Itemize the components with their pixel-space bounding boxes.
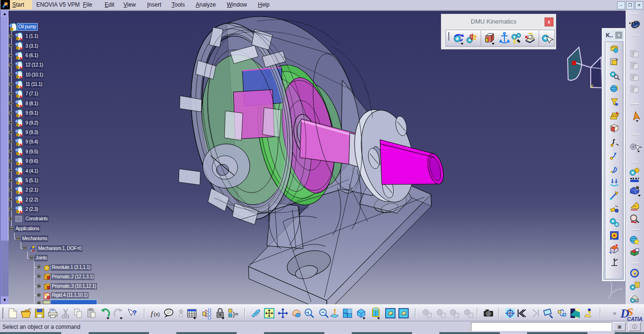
svg-text:X: X [590,84,594,89]
svg-text:?: ? [132,309,137,317]
svg-text:(x): (x) [154,311,160,317]
svg-text:}=: }= [233,310,239,317]
svg-text:z: z [620,286,622,291]
svg-text:CATIA: CATIA [627,316,643,322]
svg-text:»: » [613,309,616,317]
